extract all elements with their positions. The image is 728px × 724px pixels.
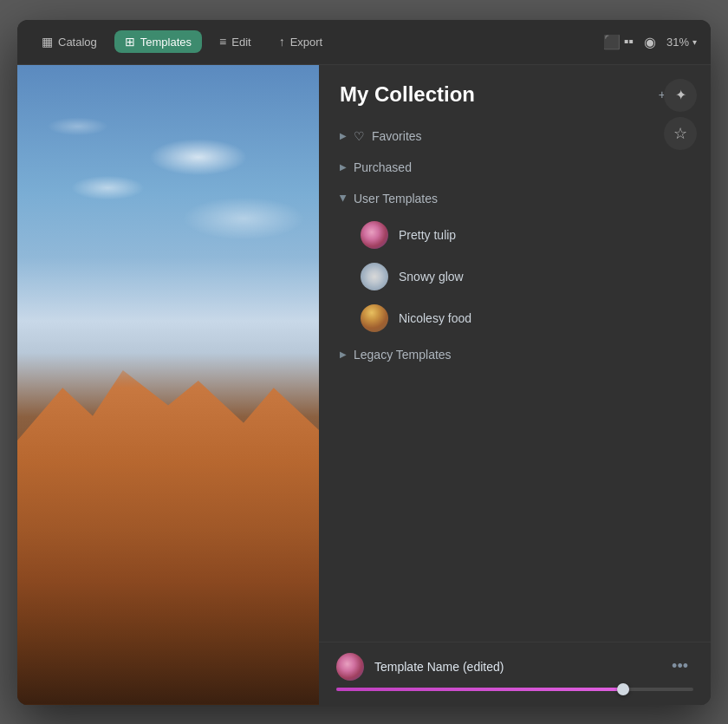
toolbar: ▦ Catalog ⊞ Templates ≡ Edit ↑ Export ⬛ … (17, 20, 711, 65)
template-slider-track (336, 688, 693, 691)
panel-header: My Collection + Add (319, 65, 711, 121)
dots-icon: ••• (672, 657, 688, 675)
edit-icon: ≡ (219, 35, 226, 49)
user-templates-items: Pretty tulip Snowy glow Nicolesy food (319, 214, 711, 339)
collection-list: ▶ ♡ Favorites ▶ Purchased ▶ User Templat… (319, 121, 711, 642)
pretty-tulip-thumb (361, 221, 388, 249)
export-icon: ↑ (279, 35, 285, 49)
bottom-template-name: Template Name (edited) (374, 660, 656, 674)
snowy-glow-thumb (361, 263, 388, 290)
rock-overlay (17, 353, 319, 705)
heart-icon: ♡ (354, 129, 365, 143)
photo-area (17, 65, 319, 705)
edit-button[interactable]: ≡ Edit (209, 30, 262, 53)
magic-button[interactable]: ✦ (664, 79, 697, 112)
split-icon[interactable]: ▪▪ (624, 34, 634, 50)
magic-icon: ✦ (675, 87, 686, 103)
legacy-templates-label: Legacy Templates (354, 348, 452, 362)
photo-image (17, 65, 319, 705)
pretty-tulip-label: Pretty tulip (399, 228, 456, 242)
templates-icon: ⊞ (125, 35, 135, 49)
eye-icon[interactable]: ◉ (644, 34, 656, 50)
toolbar-right: ⬛ ▪▪ ◉ 31% ▾ (603, 34, 697, 50)
list-item[interactable]: Snowy glow (319, 256, 711, 297)
snowy-glow-label: Snowy glow (399, 270, 464, 284)
export-button[interactable]: ↑ Export (269, 30, 334, 53)
right-panel: My Collection + Add ✦ ☆ ▶ ♡ Favorites (319, 65, 711, 705)
panel-title: My Collection (340, 82, 475, 107)
purchased-section[interactable]: ▶ Purchased (319, 152, 711, 183)
bottom-template-row: Template Name (edited) ••• (336, 653, 693, 681)
user-templates-label: User Templates (354, 192, 438, 205)
legacy-templates-section[interactable]: ▶ Legacy Templates (319, 339, 711, 370)
cloud-overlay (17, 65, 319, 372)
layout-icons: ⬛ ▪▪ (603, 34, 634, 50)
favorites-label: Favorites (372, 129, 422, 143)
more-options-button[interactable]: ••• (666, 656, 693, 677)
templates-button[interactable]: ⊞ Templates (114, 30, 202, 53)
nicolesy-food-label: Nicolesy food (399, 311, 471, 325)
zoom-control[interactable]: 31% ▾ (666, 36, 697, 49)
user-templates-chevron-icon: ▶ (339, 195, 348, 202)
main-content: My Collection + Add ✦ ☆ ▶ ♡ Favorites (17, 65, 711, 705)
star-icon: ☆ (673, 124, 687, 143)
list-item[interactable]: Pretty tulip (319, 214, 711, 256)
bottom-bar: Template Name (edited) ••• (319, 642, 711, 705)
catalog-button[interactable]: ▦ Catalog (31, 30, 107, 53)
nicolesy-food-thumb (361, 304, 388, 332)
purchased-label: Purchased (354, 160, 412, 174)
bottom-template-thumb (336, 653, 364, 681)
purchased-chevron-icon: ▶ (340, 162, 347, 172)
app-window: ▦ Catalog ⊞ Templates ≡ Edit ↑ Export ⬛ … (17, 20, 711, 705)
list-item[interactable]: Nicolesy food (319, 297, 711, 339)
user-templates-section[interactable]: ▶ User Templates (319, 183, 711, 214)
zoom-chevron-icon: ▾ (692, 37, 697, 47)
catalog-icon: ▦ (42, 35, 53, 49)
favorites-section[interactable]: ▶ ♡ Favorites (319, 121, 711, 152)
slider-thumb[interactable] (617, 683, 629, 695)
star-button[interactable]: ☆ (664, 117, 697, 150)
legacy-templates-chevron-icon: ▶ (340, 349, 347, 359)
layout-icon[interactable]: ⬛ (603, 34, 621, 50)
slider-row (336, 688, 693, 691)
favorites-chevron-icon: ▶ (340, 131, 347, 140)
slider-fill (336, 688, 629, 691)
